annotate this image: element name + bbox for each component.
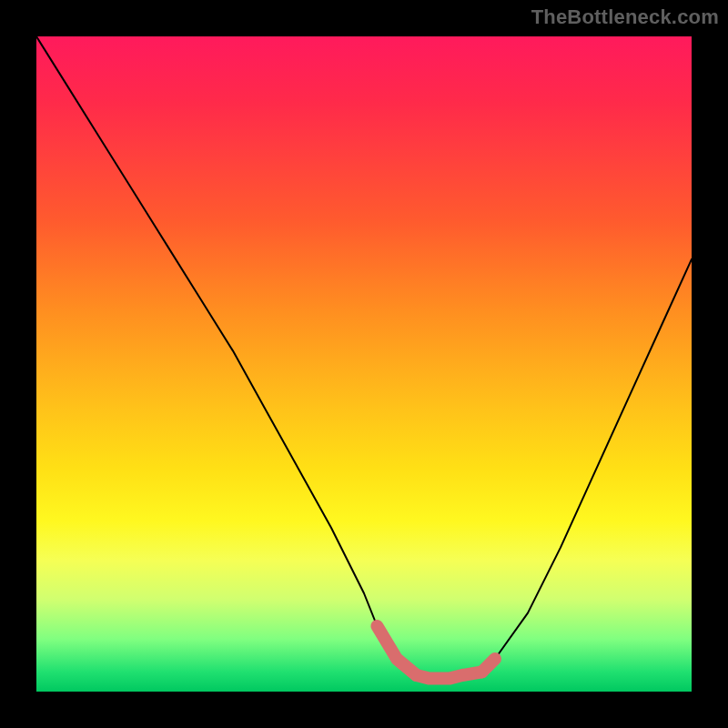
highlight-segment-bottom [417, 672, 482, 678]
plot-area [36, 36, 692, 692]
main-curve [36, 36, 692, 679]
watermark-text: TheBottleneck.com [531, 5, 719, 29]
highlight-segment-left [377, 626, 416, 675]
highlight-segment-right [482, 659, 495, 672]
chart-svg [36, 36, 692, 692]
chart-frame: TheBottleneck.com [0, 0, 728, 728]
